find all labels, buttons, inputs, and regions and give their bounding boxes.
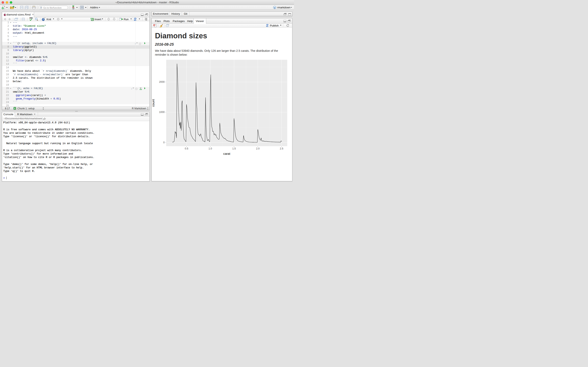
svg-text:2.0: 2.0 (256, 147, 259, 150)
svg-text:0: 0 (163, 141, 165, 144)
svg-text:1.5: 1.5 (232, 147, 236, 150)
svg-text:1.0: 1.0 (208, 147, 212, 150)
svg-text:2.5: 2.5 (280, 147, 283, 150)
svg-text:C: C (14, 107, 16, 109)
svg-text:carat: carat (223, 152, 230, 155)
svg-text:R: R (274, 7, 276, 9)
svg-text:count: count (152, 99, 155, 107)
svg-text:2000: 2000 (159, 81, 165, 83)
svg-text:0.5: 0.5 (185, 147, 188, 150)
svg-text:1000: 1000 (159, 111, 165, 114)
